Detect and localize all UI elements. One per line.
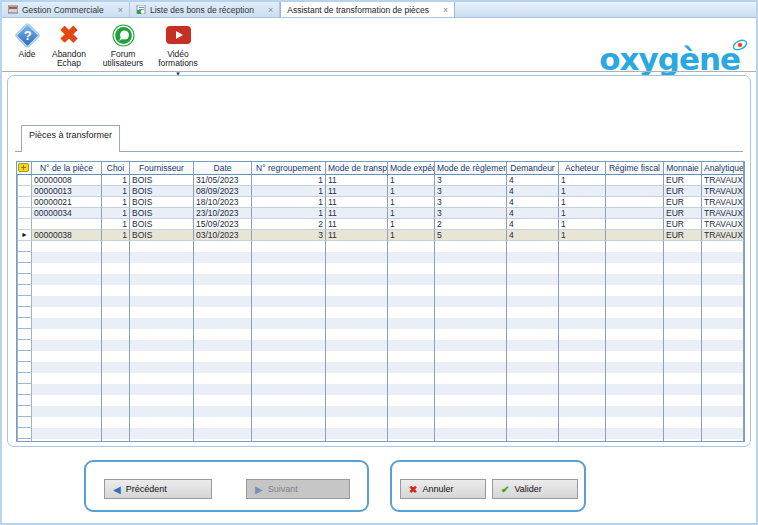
table-cell[interactable]: BOIS — [130, 197, 194, 208]
table-cell[interactable]: 4 — [507, 219, 559, 230]
table-cell[interactable] — [130, 285, 194, 296]
table-cell[interactable]: BOIS — [130, 219, 194, 230]
table-cell[interactable] — [435, 318, 507, 329]
table-row-empty[interactable] — [17, 296, 744, 307]
table-cell[interactable] — [32, 395, 102, 406]
table-cell[interactable] — [606, 186, 664, 197]
row-selector-cell[interactable] — [17, 175, 32, 186]
table-row-empty[interactable] — [17, 384, 744, 395]
cancel-button[interactable]: ✖ Annuler — [400, 479, 486, 499]
table-cell[interactable] — [130, 439, 194, 442]
table-cell[interactable] — [606, 406, 664, 417]
table-cell[interactable] — [435, 241, 507, 252]
table-cell[interactable] — [606, 285, 664, 296]
row-selector-cell[interactable] — [17, 186, 32, 197]
table-cell[interactable] — [388, 318, 435, 329]
row-selector-cell[interactable] — [17, 439, 32, 442]
table-row[interactable]: 000000081BOIS31/05/20231111341EURTRAVAUX — [17, 175, 744, 186]
table-cell[interactable] — [32, 307, 102, 318]
table-cell[interactable] — [252, 318, 326, 329]
table-row-empty[interactable] — [17, 417, 744, 428]
row-selector-cell[interactable] — [17, 384, 32, 395]
table-cell[interactable] — [130, 428, 194, 439]
table-cell[interactable] — [326, 428, 388, 439]
table-cell[interactable] — [252, 362, 326, 373]
table-cell[interactable] — [194, 417, 252, 428]
row-selector-cell[interactable] — [17, 351, 32, 362]
column-header[interactable]: Mode expéd. — [388, 162, 435, 174]
table-cell[interactable]: 00000013 — [32, 186, 102, 197]
table-row[interactable]: ►000000381BOIS03/10/20233111541EURTRAVAU… — [17, 230, 744, 241]
table-cell[interactable] — [326, 241, 388, 252]
table-cell[interactable]: BOIS — [130, 175, 194, 186]
table-cell[interactable] — [252, 406, 326, 417]
table-cell[interactable] — [702, 296, 744, 307]
table-cell[interactable] — [194, 395, 252, 406]
row-selector-cell[interactable] — [17, 296, 32, 307]
column-header[interactable]: Demandeur — [507, 162, 559, 174]
table-cell[interactable] — [32, 241, 102, 252]
table-cell[interactable]: 11 — [326, 175, 388, 186]
table-cell[interactable] — [507, 362, 559, 373]
table-cell[interactable] — [606, 439, 664, 442]
table-cell[interactable] — [435, 406, 507, 417]
row-selector-cell[interactable] — [17, 208, 32, 219]
table-cell[interactable] — [435, 340, 507, 351]
table-cell[interactable] — [559, 373, 606, 384]
table-row-empty[interactable] — [17, 362, 744, 373]
table-cell[interactable] — [507, 285, 559, 296]
table-cell[interactable] — [388, 362, 435, 373]
table-cell[interactable] — [194, 340, 252, 351]
table-cell[interactable] — [559, 406, 606, 417]
table-cell[interactable] — [664, 395, 702, 406]
table-cell[interactable] — [606, 373, 664, 384]
table-cell[interactable] — [388, 252, 435, 263]
column-header[interactable]: N° de la pièce — [32, 162, 102, 174]
table-row-empty[interactable] — [17, 395, 744, 406]
table-row[interactable]: 000000341BOIS23/10/20231111341EURTRAVAUX — [17, 208, 744, 219]
table-row-empty[interactable] — [17, 285, 744, 296]
table-cell[interactable] — [702, 362, 744, 373]
table-cell[interactable] — [559, 252, 606, 263]
table-cell[interactable] — [194, 274, 252, 285]
table-cell[interactable] — [130, 318, 194, 329]
table-cell[interactable]: EUR — [664, 175, 702, 186]
table-cell[interactable]: 00000008 — [32, 175, 102, 186]
table-cell[interactable] — [252, 428, 326, 439]
table-cell[interactable] — [102, 373, 130, 384]
table-cell[interactable]: 4 — [507, 186, 559, 197]
table-cell[interactable]: 1 — [102, 230, 130, 241]
column-header[interactable]: Acheteur — [559, 162, 606, 174]
table-row-empty[interactable] — [17, 307, 744, 318]
table-cell[interactable] — [702, 329, 744, 340]
table-cell[interactable] — [559, 362, 606, 373]
table-cell[interactable] — [606, 428, 664, 439]
table-cell[interactable] — [702, 406, 744, 417]
table-cell[interactable] — [32, 329, 102, 340]
table-cell[interactable] — [559, 351, 606, 362]
table-cell[interactable] — [664, 340, 702, 351]
column-header[interactable]: Date — [194, 162, 252, 174]
table-cell[interactable] — [435, 285, 507, 296]
table-cell[interactable] — [194, 428, 252, 439]
table-cell[interactable] — [702, 274, 744, 285]
table-cell[interactable] — [559, 384, 606, 395]
table-cell[interactable] — [702, 373, 744, 384]
table-cell[interactable]: 5 — [435, 230, 507, 241]
row-selector-cell[interactable] — [17, 252, 32, 263]
table-cell[interactable]: EUR — [664, 219, 702, 230]
current-row-marker[interactable]: ► — [17, 230, 32, 241]
table-cell[interactable] — [606, 296, 664, 307]
table-cell[interactable] — [664, 428, 702, 439]
table-cell[interactable] — [130, 329, 194, 340]
table-cell[interactable] — [388, 417, 435, 428]
column-header[interactable]: Choi — [102, 162, 130, 174]
table-cell[interactable] — [664, 263, 702, 274]
table-cell[interactable]: 1 — [559, 175, 606, 186]
table-cell[interactable] — [130, 395, 194, 406]
table-cell[interactable] — [326, 373, 388, 384]
table-cell[interactable]: 1 — [102, 186, 130, 197]
table-cell[interactable] — [194, 439, 252, 442]
table-cell[interactable]: 4 — [507, 197, 559, 208]
table-row[interactable]: 000000131BOIS08/09/20231111341EURTRAVAUX — [17, 186, 744, 197]
